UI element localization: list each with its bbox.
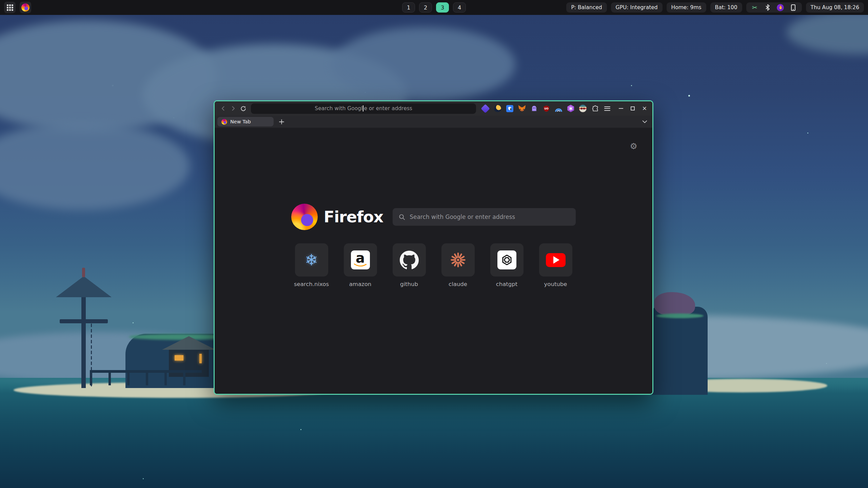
url-bar[interactable]: Search with Google or enter address: [251, 103, 476, 114]
hut-roof: [162, 336, 216, 350]
clock-widget[interactable]: Thu Aug 08, 18:26: [806, 2, 864, 13]
shortcut-label: github: [400, 281, 418, 287]
ghostery-extension-icon[interactable]: [530, 104, 539, 113]
shortcut-label: claude: [449, 281, 467, 287]
shortcut-chatgpt[interactable]: chatgpt: [482, 243, 531, 287]
hut-window: [175, 355, 183, 361]
battery-widget[interactable]: Bat: 100: [710, 2, 742, 13]
shortcut-label: amazon: [349, 281, 372, 287]
shortcut-amazon[interactable]: a amazon: [336, 243, 385, 287]
cloud: [787, 10, 868, 54]
amazon-icon: a: [351, 250, 370, 269]
watchtower-platform: [60, 319, 108, 323]
watchtower-roof: [56, 276, 112, 297]
newtab-search-placeholder: Search with Google or enter address: [410, 214, 515, 220]
workspace-button-3-active[interactable]: 3: [436, 2, 449, 13]
gpu-label: GPU: Integrated: [616, 4, 658, 11]
cliff: [652, 307, 708, 395]
extension-toolbar: UO: [481, 104, 612, 113]
ublock-origin-extension-icon[interactable]: UO: [542, 104, 551, 113]
cliff-rocks: [654, 292, 695, 316]
urlbar-placeholder-before: Search with Googl: [315, 105, 362, 111]
battery-label: Bat: 100: [715, 4, 737, 11]
system-tray: ✂: [746, 2, 802, 13]
scissors-icon[interactable]: ✂: [751, 4, 758, 11]
list-all-tabs-button[interactable]: [639, 117, 650, 126]
gem-extension-icon[interactable]: [481, 104, 490, 113]
ping-label: Home: 9ms: [671, 4, 702, 11]
status-bar: 1 2 3 4 P: Balanced GPU: Integrated Home…: [0, 0, 868, 15]
newtab-search-input[interactable]: Search with Google or enter address: [393, 208, 576, 226]
urlbar-placeholder-after: e or enter address: [364, 105, 412, 111]
workspace-button-4[interactable]: 4: [453, 2, 466, 13]
vpn-arc-extension-icon[interactable]: [554, 104, 563, 113]
firefox-icon: [21, 3, 29, 12]
cliff-grass: [656, 313, 704, 318]
new-tab-button[interactable]: [276, 117, 287, 126]
shortcut-youtube[interactable]: youtube: [531, 243, 580, 287]
shortcut-claude[interactable]: claude: [434, 243, 482, 287]
shortcut-grid: ❄ search.nixos a amazon github: [287, 243, 580, 287]
ublock-letters: UO: [544, 107, 548, 110]
shortcut-github[interactable]: github: [385, 243, 434, 287]
window-controls: ✕: [619, 106, 647, 111]
newtab-hero: Firefox Search with Google or enter addr…: [215, 204, 652, 230]
gpu-widget[interactable]: GPU: Integrated: [611, 2, 663, 13]
maximize-button[interactable]: [631, 106, 635, 110]
metamask-extension-icon[interactable]: [517, 104, 527, 113]
firefox-logo: [291, 204, 318, 230]
new-tab-page: ⚙ Firefox Search with Google or enter ad…: [215, 128, 652, 394]
search-icon: [399, 214, 405, 220]
power-profile-widget[interactable]: P: Balanced: [566, 2, 607, 13]
reload-button[interactable]: [238, 103, 249, 114]
firefox-wordmark: Firefox: [324, 208, 383, 226]
bluetooth-icon[interactable]: [764, 4, 771, 11]
watchtower-pole: [81, 283, 86, 388]
back-button[interactable]: [218, 103, 228, 114]
minimize-button[interactable]: [619, 108, 623, 109]
workspace-button-1[interactable]: 1: [402, 2, 415, 13]
shortcut-label: chatgpt: [496, 281, 518, 287]
phone-icon[interactable]: [790, 4, 797, 11]
flame-icon[interactable]: [777, 4, 784, 11]
tab-bar: New Tab: [215, 116, 652, 128]
container-shield-extension-icon[interactable]: [505, 104, 514, 113]
cloud: [332, 27, 515, 102]
firefox-launcher-button[interactable]: [20, 2, 31, 13]
close-button[interactable]: ✕: [642, 106, 647, 111]
ping-widget[interactable]: Home: 9ms: [667, 2, 706, 13]
nixos-icon: ❄: [305, 252, 318, 268]
tab-new-tab[interactable]: New Tab: [217, 117, 274, 126]
chatgpt-icon: [497, 250, 516, 269]
youtube-icon: [546, 253, 566, 267]
menu-hamburger-icon[interactable]: [603, 104, 612, 113]
cloud: [0, 122, 190, 210]
app-launcher-button[interactable]: [4, 2, 16, 13]
extensions-puzzle-icon[interactable]: [591, 104, 600, 113]
tab-title: New Tab: [230, 119, 251, 124]
hexagon-asterisk-extension-icon[interactable]: [566, 104, 575, 113]
firefox-window: Search with Google or enter address: [214, 100, 653, 395]
power-profile-label: P: Balanced: [571, 4, 602, 11]
workspace-button-2[interactable]: 2: [419, 2, 432, 13]
grid-icon: [7, 4, 13, 11]
clock-label: Thu Aug 08, 18:26: [811, 4, 859, 11]
workspace-switcher: 1 2 3 4: [402, 0, 466, 15]
watchtower-ladder: [91, 324, 92, 386]
github-icon: [400, 250, 419, 269]
darkmode-extension-icon[interactable]: [493, 104, 502, 113]
claude-icon: [449, 251, 467, 269]
forward-button[interactable]: [228, 103, 238, 114]
shortcut-label: search.nixos: [294, 281, 329, 287]
status-widgets: P: Balanced GPU: Integrated Home: 9ms Ba…: [566, 2, 864, 13]
personalize-gear-icon[interactable]: ⚙: [630, 142, 637, 150]
hut-window: [199, 354, 202, 363]
firefox-favicon: [221, 119, 227, 125]
text-caret: [363, 105, 363, 111]
shortcut-label: youtube: [544, 281, 567, 287]
pier-posts: [90, 370, 202, 385]
avatar-extension-icon[interactable]: [578, 104, 588, 113]
navigation-toolbar: Search with Google or enter address: [215, 101, 652, 116]
watchtower-finial: [82, 268, 85, 277]
shortcut-search-nixos[interactable]: ❄ search.nixos: [287, 243, 336, 287]
